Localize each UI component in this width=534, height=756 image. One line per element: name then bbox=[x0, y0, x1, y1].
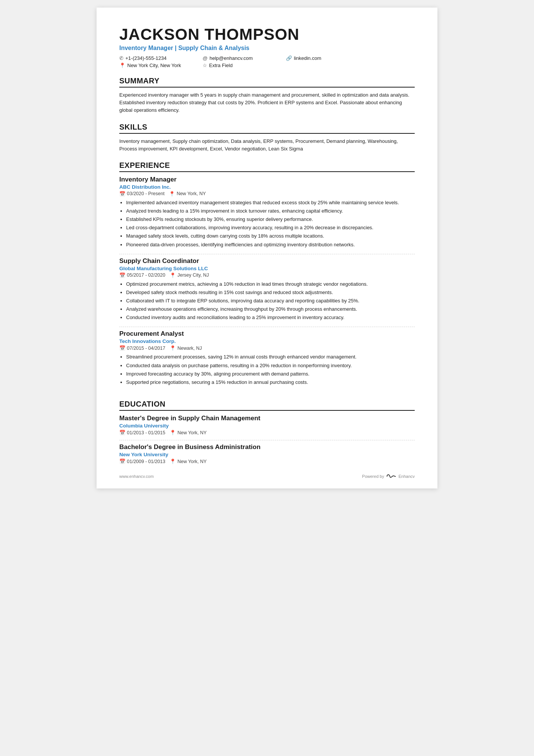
linkedin-url: linkedin.com bbox=[294, 55, 321, 61]
location-pin-icon: 📍 bbox=[170, 272, 176, 278]
location-contact: 📍 New York City, New York bbox=[119, 63, 203, 68]
location-text: New York City, New York bbox=[127, 63, 181, 68]
bullet-item: Optimized procurement metrics, achieving… bbox=[126, 280, 415, 288]
education-title: EDUCATION bbox=[119, 400, 415, 411]
calendar-icon: 📅 bbox=[119, 191, 125, 197]
email-contact: @ help@enhancv.com bbox=[203, 55, 286, 61]
powered-by-text: Powered by bbox=[362, 474, 384, 479]
job-block: Supply Chain CoordinatorGlobal Manufactu… bbox=[119, 257, 415, 327]
job-meta: 📅 03/2020 - Present 📍 New York, NY bbox=[119, 191, 415, 197]
extra-field: Extra Field bbox=[209, 63, 233, 68]
location-pin-icon: 📍 bbox=[170, 345, 176, 351]
summary-title: SUMMARY bbox=[119, 77, 415, 88]
bullet-item: Managed safety stock levels, cutting dow… bbox=[126, 232, 415, 240]
skills-text: Inventory management, Supply chain optim… bbox=[119, 138, 415, 153]
education-section: EDUCATION Master's Degree in Supply Chai… bbox=[119, 400, 415, 469]
location-pin-icon: 📍 bbox=[170, 430, 176, 435]
phone-icon: ✆ bbox=[119, 55, 123, 61]
job-dates: 📅 05/2017 - 02/2020 bbox=[119, 272, 165, 278]
bullet-item: Analyzed warehouse operations efficiency… bbox=[126, 305, 415, 313]
experience-title: EXPERIENCE bbox=[119, 161, 415, 172]
footer-website: www.enhancv.com bbox=[119, 474, 154, 479]
summary-section: SUMMARY Experienced inventory manager wi… bbox=[119, 77, 415, 114]
edu-degree: Master's Degree in Supply Chain Manageme… bbox=[119, 415, 415, 422]
location-pin-icon: 📍 bbox=[169, 191, 175, 197]
job-bullets: Streamlined procurement processes, savin… bbox=[119, 353, 415, 386]
edu-meta: 📅 01/2013 - 01/2015 📍 New York, NY bbox=[119, 430, 415, 435]
summary-text: Experienced inventory manager with 5 yea… bbox=[119, 91, 415, 114]
page-footer: www.enhancv.com Powered by Enhancv bbox=[119, 473, 415, 479]
contact-info: ✆ +1-(234)-555-1234 @ help@enhancv.com 🔗… bbox=[119, 55, 415, 68]
powered-by: Powered by Enhancv bbox=[362, 473, 415, 479]
job-company: Tech Innovations Corp. bbox=[119, 338, 415, 344]
bullet-item: Established KPIs reducing stockouts by 3… bbox=[126, 216, 415, 223]
extra-contact: ☆ Extra Field bbox=[203, 63, 286, 68]
bullet-item: Pioneered data-driven processes, identif… bbox=[126, 241, 415, 249]
bullet-item: Conducted data analysis on purchase patt… bbox=[126, 362, 415, 369]
job-meta: 📅 05/2017 - 02/2020 📍 Jersey City, NJ bbox=[119, 272, 415, 278]
calendar-icon: 📅 bbox=[119, 430, 125, 435]
resume-page: JACKSON THOMPSON Inventory Manager | Sup… bbox=[97, 8, 437, 488]
bullet-item: Developed safety stock methods resulting… bbox=[126, 289, 415, 296]
link-icon: 🔗 bbox=[286, 55, 292, 61]
edu-block: Master's Degree in Supply Chain Manageme… bbox=[119, 415, 415, 440]
calendar-icon: 📅 bbox=[119, 272, 125, 278]
phone-number: +1-(234)-555-1234 bbox=[125, 55, 167, 61]
bullet-item: Led cross-department collaborations, imp… bbox=[126, 224, 415, 232]
job-meta: 📅 07/2015 - 04/2017 📍 Newark, NJ bbox=[119, 345, 415, 351]
star-icon: ☆ bbox=[203, 63, 207, 68]
job-bullets: Optimized procurement metrics, achieving… bbox=[119, 280, 415, 322]
edu-location: 📍 New York, NY bbox=[170, 430, 206, 435]
job-title: Inventory Manager bbox=[119, 176, 415, 183]
skills-title: SKILLS bbox=[119, 123, 415, 134]
jobs-list: Inventory ManagerABC Distribution Inc. 📅… bbox=[119, 176, 415, 391]
job-title: Procurement Analyst bbox=[119, 330, 415, 338]
job-company: Global Manufacturing Solutions LLC bbox=[119, 266, 415, 271]
education-list: Master's Degree in Supply Chain Manageme… bbox=[119, 415, 415, 469]
location-icon: 📍 bbox=[119, 63, 125, 68]
bullet-item: Implemented advanced inventory managemen… bbox=[126, 199, 415, 207]
edu-school: Columbia University bbox=[119, 423, 415, 429]
edu-dates: 📅 01/2013 - 01/2015 bbox=[119, 430, 165, 435]
phone-contact: ✆ +1-(234)-555-1234 bbox=[119, 55, 203, 61]
job-location: 📍 Jersey City, NJ bbox=[170, 272, 209, 278]
job-location: 📍 New York, NY bbox=[169, 191, 206, 197]
email-icon: @ bbox=[203, 55, 208, 61]
edu-dates: 📅 01/2009 - 01/2013 bbox=[119, 459, 165, 464]
bullet-item: Conducted inventory audits and reconcili… bbox=[126, 314, 415, 321]
edu-block: Bachelor's Degree in Business Administra… bbox=[119, 443, 415, 469]
job-block: Procurement AnalystTech Innovations Corp… bbox=[119, 330, 415, 391]
candidate-title: Inventory Manager | Supply Chain & Analy… bbox=[119, 45, 415, 52]
linkedin-contact: 🔗 linkedin.com bbox=[286, 55, 362, 61]
bullet-item: Analyzed trends leading to a 15% improve… bbox=[126, 207, 415, 215]
bullet-item: Improved forecasting accuracy by 30%, al… bbox=[126, 370, 415, 378]
job-block: Inventory ManagerABC Distribution Inc. 📅… bbox=[119, 176, 415, 254]
edu-meta: 📅 01/2009 - 01/2013 📍 New York, NY bbox=[119, 459, 415, 464]
enhancv-icon bbox=[386, 473, 397, 479]
header-section: JACKSON THOMPSON Inventory Manager | Sup… bbox=[119, 26, 415, 68]
bullet-item: Supported price negotiations, securing a… bbox=[126, 379, 415, 386]
job-dates: 📅 07/2015 - 04/2017 bbox=[119, 345, 165, 351]
job-bullets: Implemented advanced inventory managemen… bbox=[119, 199, 415, 249]
bullet-item: Collaborated with IT to integrate ERP so… bbox=[126, 297, 415, 305]
brand-name: Enhancv bbox=[398, 474, 415, 479]
bullet-item: Streamlined procurement processes, savin… bbox=[126, 353, 415, 361]
edu-degree: Bachelor's Degree in Business Administra… bbox=[119, 443, 415, 451]
job-dates: 📅 03/2020 - Present bbox=[119, 191, 164, 197]
edu-school: New York University bbox=[119, 452, 415, 457]
skills-section: SKILLS Inventory management, Supply chai… bbox=[119, 123, 415, 153]
candidate-name: JACKSON THOMPSON bbox=[119, 26, 415, 43]
job-title: Supply Chain Coordinator bbox=[119, 257, 415, 265]
job-company: ABC Distribution Inc. bbox=[119, 184, 415, 190]
experience-section: EXPERIENCE Inventory ManagerABC Distribu… bbox=[119, 161, 415, 391]
email-address: help@enhancv.com bbox=[209, 55, 253, 61]
edu-location: 📍 New York, NY bbox=[170, 459, 206, 464]
job-location: 📍 Newark, NJ bbox=[170, 345, 202, 351]
location-pin-icon: 📍 bbox=[170, 459, 176, 464]
calendar-icon: 📅 bbox=[119, 345, 125, 351]
calendar-icon: 📅 bbox=[119, 459, 125, 464]
